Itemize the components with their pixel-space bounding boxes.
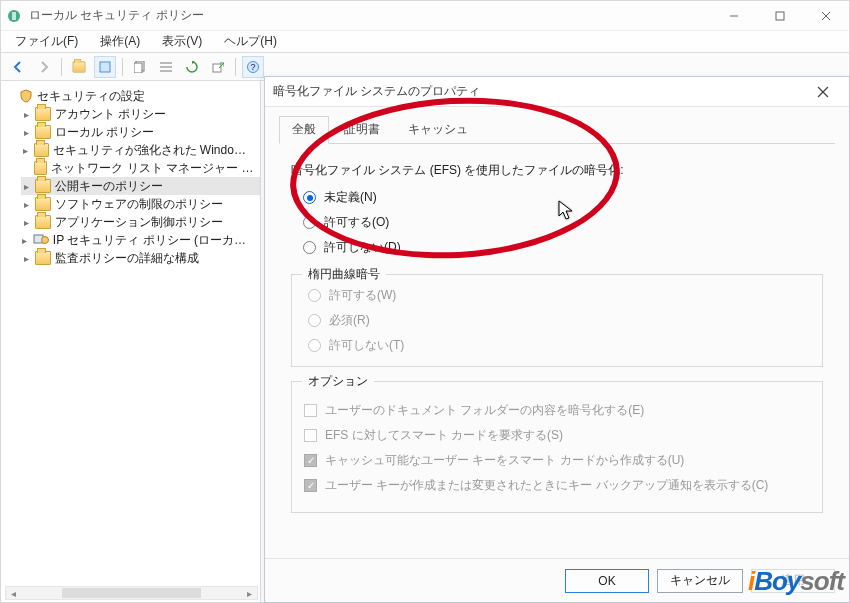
- dialog-close-button[interactable]: [805, 79, 841, 105]
- ecc-radio-group: 許可する(W)必須(R)許可しない(T): [304, 287, 810, 354]
- expand-caret-icon[interactable]: ▸: [21, 127, 31, 138]
- minimize-button[interactable]: [711, 1, 757, 31]
- svg-text:?: ?: [250, 62, 255, 72]
- menu-help[interactable]: ヘルプ(H): [220, 31, 281, 52]
- dialog-titlebar[interactable]: 暗号化ファイル システムのプロパティ: [265, 77, 849, 107]
- dialog-title: 暗号化ファイル システムのプロパティ: [273, 83, 805, 100]
- close-button[interactable]: [803, 1, 849, 31]
- ecc-groupbox: 楕円曲線暗号 許可する(W)必須(R)許可しない(T): [291, 274, 823, 367]
- tree-item-label: 監査ポリシーの詳細な構成: [55, 250, 199, 267]
- checkbox-label: ユーザーのドキュメント フォルダーの内容を暗号化する(E): [325, 402, 644, 419]
- refresh-icon[interactable]: [181, 56, 203, 78]
- efs-radio-option[interactable]: 未定義(N): [303, 189, 823, 206]
- tree-item-label: アプリケーション制御ポリシー: [55, 214, 223, 231]
- apply-button[interactable]: 適用: [751, 569, 835, 593]
- tree-item[interactable]: ▸公開キーのポリシー: [21, 177, 260, 195]
- help-icon[interactable]: ?: [242, 56, 264, 78]
- radio-icon: [308, 314, 321, 327]
- tab-certificates[interactable]: 証明書: [331, 116, 393, 144]
- checkbox-icon: ✓: [304, 479, 317, 492]
- tree-item[interactable]: ▸IP セキュリティ ポリシー (ローカル コンピュー: [21, 231, 260, 249]
- tree-item[interactable]: ▸アプリケーション制御ポリシー: [21, 213, 260, 231]
- checkbox-icon: ✓: [304, 454, 317, 467]
- efs-section-title: 暗号化ファイル システム (EFS) を使用したファイルの暗号化:: [291, 162, 823, 179]
- tree-item-label: ソフトウェアの制限のポリシー: [55, 196, 223, 213]
- cancel-button[interactable]: キャンセル: [657, 569, 743, 593]
- radio-icon: [303, 216, 316, 229]
- efs-radio-group: 未定義(N)許可する(O)許可しない(D): [291, 189, 823, 256]
- tab-general[interactable]: 全般: [279, 116, 329, 144]
- radio-icon: [308, 289, 321, 302]
- expand-caret-icon[interactable]: ▸: [21, 235, 29, 246]
- ipsec-icon: [33, 232, 49, 249]
- export-icon[interactable]: [207, 56, 229, 78]
- option-check-row: EFS に対してスマート カードを要求する(S): [304, 427, 810, 444]
- tree-item-label: ローカル ポリシー: [55, 124, 154, 141]
- option-check-row: ユーザーのドキュメント フォルダーの内容を暗号化する(E): [304, 402, 810, 419]
- svg-rect-1: [12, 12, 16, 20]
- radio-label: 許可しない(T): [329, 337, 404, 354]
- folder-up-icon[interactable]: [68, 56, 90, 78]
- svg-rect-8: [134, 63, 142, 73]
- maximize-button[interactable]: [757, 1, 803, 31]
- menu-file[interactable]: ファイル(F): [11, 31, 82, 52]
- tree-pane[interactable]: ▸ セキュリティの設定 ▸アカウント ポリシー▸ローカル ポリシー▸セキュリティ…: [1, 81, 261, 602]
- tree-item[interactable]: ▸ネットワーク リスト マネージャー ポリシー: [21, 159, 260, 177]
- nav-forward-icon[interactable]: [33, 56, 55, 78]
- tree-item[interactable]: ▸ローカル ポリシー: [21, 123, 260, 141]
- svg-point-16: [41, 236, 48, 243]
- tab-cache[interactable]: キャッシュ: [395, 116, 481, 144]
- tree-item-label: IP セキュリティ ポリシー (ローカル コンピュー: [53, 232, 254, 249]
- tree-item-label: アカウント ポリシー: [55, 106, 166, 123]
- svg-rect-12: [213, 64, 221, 72]
- svg-rect-3: [776, 12, 784, 20]
- folder-icon: [35, 197, 51, 211]
- ok-button[interactable]: OK: [565, 569, 649, 593]
- tree-item[interactable]: ▸セキュリティが強化された Windows Defe: [21, 141, 260, 159]
- expand-caret-icon[interactable]: ▸: [21, 199, 31, 210]
- properties-icon[interactable]: [94, 56, 116, 78]
- menu-view[interactable]: 表示(V): [158, 31, 206, 52]
- expand-caret-icon[interactable]: ▸: [21, 217, 31, 228]
- radio-icon: [308, 339, 321, 352]
- list-icon[interactable]: [155, 56, 177, 78]
- checkbox-label: EFS に対してスマート カードを要求する(S): [325, 427, 563, 444]
- nav-back-icon[interactable]: [7, 56, 29, 78]
- radio-label: 未定義(N): [324, 189, 377, 206]
- tree-item[interactable]: ▸アカウント ポリシー: [21, 105, 260, 123]
- main-menubar: ファイル(F) 操作(A) 表示(V) ヘルプ(H): [1, 31, 849, 53]
- tree-root-label: セキュリティの設定: [37, 88, 145, 105]
- dialog-footer: OK キャンセル 適用: [265, 558, 849, 602]
- folder-icon: [34, 161, 48, 175]
- tree-root-item[interactable]: ▸ セキュリティの設定: [5, 87, 260, 105]
- checkbox-label: キャッシュ可能なユーザー キーをスマート カードから作成する(U): [325, 452, 684, 469]
- option-check-row: ✓キャッシュ可能なユーザー キーをスマート カードから作成する(U): [304, 452, 810, 469]
- copy-icon[interactable]: [129, 56, 151, 78]
- option-check-row: ✓ユーザー キーが作成または変更されたときにキー バックアップ通知を表示する(C…: [304, 477, 810, 494]
- folder-icon: [35, 107, 51, 121]
- ecc-radio-option: 必須(R): [308, 312, 810, 329]
- tree-item-label: ネットワーク リスト マネージャー ポリシー: [51, 160, 254, 177]
- ecc-group-title: 楕円曲線暗号: [302, 266, 386, 283]
- main-window-title: ローカル セキュリティ ポリシー: [27, 7, 711, 24]
- expand-caret-icon[interactable]: ▸: [21, 145, 30, 156]
- tree-horizontal-scrollbar[interactable]: ◂▸: [5, 586, 258, 600]
- general-tab-panel: 暗号化ファイル システム (EFS) を使用したファイルの暗号化: 未定義(N)…: [279, 144, 835, 513]
- radio-label: 許可しない(D): [324, 239, 401, 256]
- app-icon: [1, 8, 27, 24]
- expand-caret-icon[interactable]: ▸: [21, 109, 31, 120]
- tree-item[interactable]: ▸監査ポリシーの詳細な構成: [21, 249, 260, 267]
- shield-icon: [19, 89, 33, 103]
- expand-caret-icon[interactable]: ▸: [21, 253, 31, 264]
- radio-icon: [303, 241, 316, 254]
- tree-item-label: セキュリティが強化された Windows Defe: [53, 142, 254, 159]
- folder-icon: [35, 215, 51, 229]
- tree-item[interactable]: ▸ソフトウェアの制限のポリシー: [21, 195, 260, 213]
- folder-icon: [35, 125, 51, 139]
- expand-caret-icon[interactable]: ▸: [21, 181, 31, 192]
- efs-properties-dialog: 暗号化ファイル システムのプロパティ 全般 証明書 キャッシュ 暗号化ファイル …: [264, 76, 850, 603]
- menu-action[interactable]: 操作(A): [96, 31, 144, 52]
- efs-radio-option[interactable]: 許可しない(D): [303, 239, 823, 256]
- efs-radio-option[interactable]: 許可する(O): [303, 214, 823, 231]
- folder-icon: [35, 251, 51, 265]
